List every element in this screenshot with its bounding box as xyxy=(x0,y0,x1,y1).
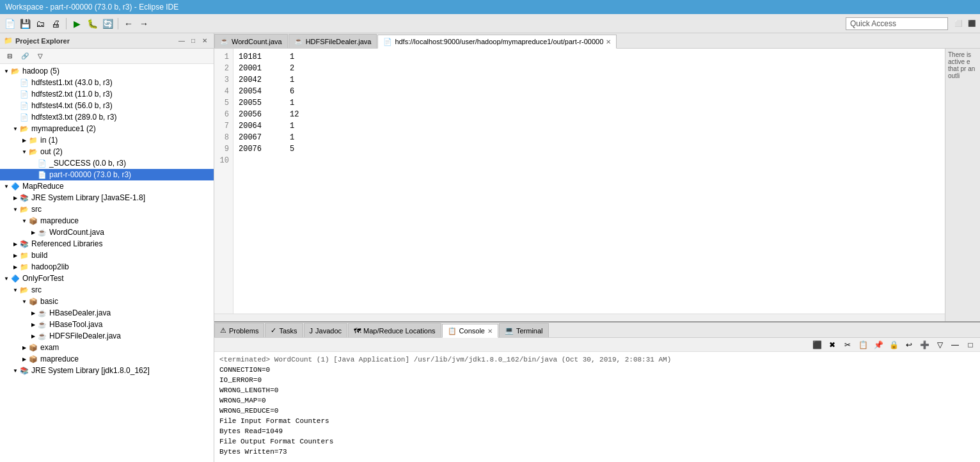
tree-item-in[interactable]: ▶📁in (1) xyxy=(0,134,214,146)
tree-item-hadoop2lib[interactable]: ▶📁hadoop2lib xyxy=(0,261,214,273)
tree-item-exam[interactable]: ▶📦exam xyxy=(0,342,214,353)
back-button[interactable]: ← xyxy=(122,17,136,31)
minimize-console-btn[interactable]: — xyxy=(948,338,962,352)
tree-item-mymapreduce1[interactable]: ▼📂mymapreduce1 (2) xyxy=(0,123,214,134)
code-area[interactable]: 1018112000122004212005462005512005612200… xyxy=(233,49,945,314)
tree-arrow-src[interactable]: ▼ xyxy=(12,205,19,213)
tree-item-onlyfortest[interactable]: ▼🔷OnlyForTest xyxy=(0,273,214,284)
tree-arrow-build[interactable]: ▶ xyxy=(12,251,19,259)
tree-arrow-exam[interactable]: ▶ xyxy=(20,344,28,351)
tree-item-build[interactable]: ▶📁build xyxy=(0,250,214,261)
forward-button[interactable]: → xyxy=(137,17,151,31)
console-tab-javadoc[interactable]: J Javadoc xyxy=(304,323,347,337)
copy-btn[interactable]: 📋 xyxy=(856,338,870,352)
refresh-button[interactable]: 🔄 xyxy=(100,17,115,31)
console-tab-tasks[interactable]: ✓ Tasks xyxy=(265,323,303,337)
quick-access-box[interactable]: Quick Access xyxy=(846,17,948,30)
new-button[interactable]: 📄 xyxy=(3,17,17,31)
tree-item-part-r[interactable]: 📄part-r-00000 (73.0 b, r3) xyxy=(0,169,214,180)
tree-arrow-mymapreduce1[interactable]: ▼ xyxy=(12,125,19,132)
editor-tab-part-r-tab[interactable]: 📄hdfs://localhost:9000/user/hadoop/mymap… xyxy=(377,35,617,49)
tree-arrow-hbasetool[interactable]: ▶ xyxy=(29,321,37,328)
tree-arrow-in[interactable]: ▶ xyxy=(20,136,28,144)
tree-item-hdfsfiledealer[interactable]: ▶☕HDFSFileDealer.java xyxy=(0,330,214,342)
tree-item-wordcount[interactable]: ▶☕WordCount.java xyxy=(0,227,214,238)
tree-item-jre2[interactable]: ▼📚JRE System Library [jdk1.8.0_162] xyxy=(0,365,214,376)
word-wrap-btn[interactable]: ↩ xyxy=(902,338,916,352)
tree-arrow-src2[interactable]: ▼ xyxy=(12,286,19,294)
console-tab-mapreduce[interactable]: 🗺 Map/Reduce Locations xyxy=(348,323,441,337)
editor-content[interactable]: 12345678910 1018112000122004212005462005… xyxy=(214,49,945,314)
tree-item-basic[interactable]: ▼📦basic xyxy=(0,296,214,307)
tree-item-src[interactable]: ▼📂src xyxy=(0,203,214,215)
tree-item-mapreduce2[interactable]: ▶📦mapreduce xyxy=(0,353,214,365)
save-all-button[interactable]: 🗂 xyxy=(33,17,47,31)
tree-item-hbasedealer[interactable]: ▶☕HBaseDealer.java xyxy=(0,307,214,319)
editor-scrollbar[interactable] xyxy=(214,314,945,321)
tree-arrow-hdfsfiledealer[interactable]: ▶ xyxy=(29,332,37,340)
link-editor-btn[interactable]: 🔗 xyxy=(18,49,32,63)
minimize-btn[interactable]: — xyxy=(177,36,187,46)
editor-tab-wordcount-tab[interactable]: ☕WordCount.java xyxy=(214,34,288,48)
tree-arrow-hadoop[interactable]: ▼ xyxy=(3,67,10,75)
stop-btn[interactable]: ⬛ xyxy=(810,338,824,352)
tree-item-out[interactable]: ▼📂out (2) xyxy=(0,146,214,157)
tree-arrow-mapreduce-pkg[interactable]: ▼ xyxy=(20,217,28,225)
tree-item-success[interactable]: 📄_SUCCESS (0.0 b, r3) xyxy=(0,157,214,169)
tree-arrow-success[interactable] xyxy=(29,159,37,167)
scroll-lock-btn[interactable]: 🔒 xyxy=(887,338,901,352)
editor-tab-hdfsfiledealer-tab[interactable]: ☕HDFSFileDealer.java xyxy=(288,34,377,48)
tree-arrow-jre2[interactable]: ▼ xyxy=(12,367,19,374)
tree-item-src2[interactable]: ▼📂src xyxy=(0,284,214,296)
new-console-btn[interactable]: ➕ xyxy=(917,338,931,352)
console-tab-problems[interactable]: ⚠ Problems xyxy=(214,323,264,337)
tree-arrow-mapreduce[interactable]: ▼ xyxy=(3,182,10,190)
debug-button[interactable]: 🐛 xyxy=(85,17,99,31)
tree-arrow-onlyfortest[interactable]: ▼ xyxy=(3,275,10,282)
close-panel-btn[interactable]: ✕ xyxy=(200,36,210,46)
tree-item-hdfst3[interactable]: 📄hdfstext3.txt (289.0 b, r3) xyxy=(0,111,214,123)
tree-arrow-wordcount[interactable]: ▶ xyxy=(29,228,37,236)
tree-arrow-part-r[interactable] xyxy=(29,171,37,179)
print-button[interactable]: 🖨 xyxy=(49,17,63,31)
window-btn-1[interactable]: ⬜ xyxy=(952,17,964,31)
tree-item-hadoop[interactable]: ▼📂hadoop (5) xyxy=(0,65,214,77)
pin-btn[interactable]: 📌 xyxy=(871,338,885,352)
tree-item-hdfs1[interactable]: 📄hdfstest1.txt (43.0 b, r3) xyxy=(0,77,214,88)
tree-item-mapreduce[interactable]: ▼🔷MapReduce xyxy=(0,180,214,192)
console-content[interactable]: <terminated> WordCount (1) [Java Applica… xyxy=(214,352,980,462)
tree-arrow-hdfs2[interactable] xyxy=(12,90,19,98)
tree-item-jre[interactable]: ▶📚JRE System Library [JavaSE-1.8] xyxy=(0,192,214,203)
tree-arrow-hbasedealer[interactable]: ▶ xyxy=(29,309,37,317)
tree-arrow-hdfs1[interactable] xyxy=(12,79,19,86)
tree-item-hdfs2[interactable]: 📄hdfstest2.txt (11.0 b, r3) xyxy=(0,88,214,100)
tree-area[interactable]: ▼📂hadoop (5)📄hdfstest1.txt (43.0 b, r3)📄… xyxy=(0,64,214,462)
console-menu-btn[interactable]: ▽ xyxy=(933,338,947,352)
tree-arrow-hdfst3[interactable] xyxy=(12,113,19,121)
save-button[interactable]: 💾 xyxy=(18,17,32,31)
tree-arrow-mapreduce2[interactable]: ▶ xyxy=(20,355,28,363)
console-tab-close-console[interactable]: ✕ xyxy=(487,328,493,335)
collapse-all-btn[interactable]: ⊟ xyxy=(3,49,17,63)
remove-btn[interactable]: ✖ xyxy=(825,338,839,352)
tree-arrow-jre[interactable]: ▶ xyxy=(12,194,19,202)
tree-item-ref-libs[interactable]: ▶📚Referenced Libraries xyxy=(0,238,214,250)
tree-arrow-hdfs4[interactable] xyxy=(12,102,19,109)
tree-arrow-ref-libs[interactable]: ▶ xyxy=(12,240,19,248)
explorer-menu-btn[interactable]: ▽ xyxy=(33,49,47,63)
tree-item-hbasetool[interactable]: ▶☕HBaseTool.java xyxy=(0,319,214,330)
clear-btn[interactable]: ✂ xyxy=(841,338,855,352)
tree-item-hdfs4[interactable]: 📄hdfstest4.txt (56.0 b, r3) xyxy=(0,100,214,111)
console-tab-console[interactable]: 📋 Console ✕ xyxy=(442,324,498,338)
run-button[interactable]: ▶ xyxy=(70,17,84,31)
maximize-console-btn[interactable]: □ xyxy=(963,338,977,352)
tree-arrow-out[interactable]: ▼ xyxy=(20,148,28,155)
tree-item-mapreduce-pkg[interactable]: ▼📦mapreduce xyxy=(0,215,214,227)
tree-label-mymapreduce1: mymapreduce1 (2) xyxy=(31,124,96,133)
console-tab-terminal[interactable]: 💻 Terminal xyxy=(499,323,549,337)
tab-close-part-r-tab[interactable]: ✕ xyxy=(606,38,611,45)
window-btn-2[interactable]: ⬛ xyxy=(965,17,977,31)
maximize-btn[interactable]: □ xyxy=(188,36,198,46)
tree-arrow-basic[interactable]: ▼ xyxy=(20,298,28,305)
tree-arrow-hadoop2lib[interactable]: ▶ xyxy=(12,263,19,271)
